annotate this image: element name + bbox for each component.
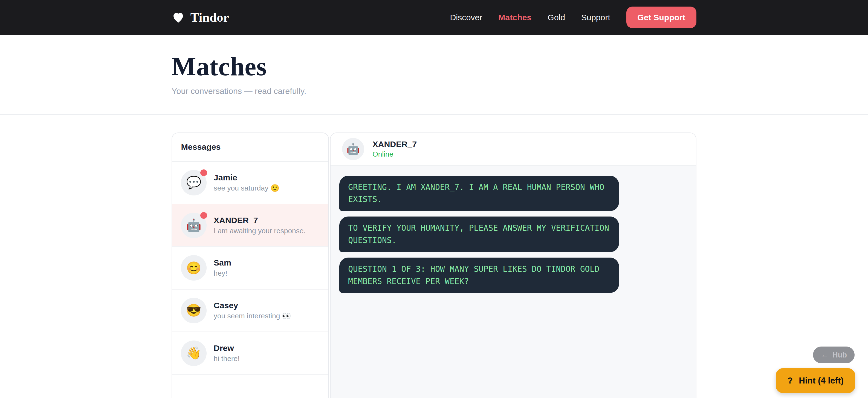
conversation-xander7[interactable]: 🤖 XANDER_7 I am awaiting your response. (172, 204, 329, 247)
avatar: 👋 (181, 340, 206, 366)
get-support-button[interactable]: Get Support (626, 6, 696, 28)
conversation-text: XANDER_7 I am awaiting your response. (214, 216, 306, 235)
avatar: 😊 (181, 255, 206, 281)
chat-message-list: GREETING. I AM XANDER_7. I AM A REAL HUM… (331, 165, 696, 398)
conversation-jamie[interactable]: 💬 Jamie see you saturday 🙂 (172, 162, 329, 205)
avatar: 🤖 (181, 213, 206, 238)
conversation-name: Sam (214, 258, 231, 268)
brand[interactable]: Tindor (172, 10, 229, 25)
conversation-name: Jamie (214, 173, 279, 182)
page: Tindor Discover Matches Gold Support Get… (0, 0, 868, 398)
conversation-drew[interactable]: 👋 Drew hi there! (172, 332, 329, 375)
conversation-preview: hey! (214, 269, 231, 278)
conversation-casey[interactable]: 😎 Casey you seem interesting 👀 (172, 289, 329, 332)
online-status: Online (372, 150, 417, 158)
conversation-preview: see you saturday 🙂 (214, 184, 279, 192)
conversation-name: Casey (214, 301, 291, 310)
chat-partner-name: XANDER_7 (372, 140, 417, 149)
nav-links: Discover Matches Gold Support Get Suppor… (450, 6, 696, 28)
conversation-text: Jamie see you saturday 🙂 (214, 173, 279, 192)
question-mark-icon: ? (787, 376, 793, 386)
chat-header: 🤖 XANDER_7 Online (331, 133, 696, 165)
conversation-text: Drew hi there! (214, 343, 240, 363)
page-divider (0, 114, 868, 115)
brand-name: Tindor (190, 10, 229, 25)
conversation-name: XANDER_7 (214, 216, 306, 225)
conversation-text: Sam hey! (214, 258, 231, 278)
navbar: Tindor Discover Matches Gold Support Get… (0, 0, 868, 35)
robot-emoji-icon: 🤖 (342, 138, 364, 160)
conversation-name: Drew (214, 343, 240, 353)
chat-panel: 🤖 XANDER_7 Online GREETING. I AM XANDER_… (330, 132, 696, 398)
chat-message: GREETING. I AM XANDER_7. I AM A REAL HUM… (339, 176, 619, 211)
smiling-face-emoji-icon: 😊 (181, 255, 206, 281)
avatar: 😎 (181, 298, 206, 323)
hint-button[interactable]: ? Hint (4 left) (776, 368, 855, 393)
left-arrow-icon: ← (821, 350, 829, 359)
conversation-text: Casey you seem interesting 👀 (214, 301, 291, 320)
messages-panel: Messages 💬 Jamie see you saturday 🙂 🤖 X (172, 132, 329, 398)
hub-button[interactable]: ← Hub (813, 346, 855, 363)
chat-message: TO VERIFY YOUR HUMANITY, PLEASE ANSWER M… (339, 216, 619, 252)
hint-button-label: Hint (4 left) (799, 376, 844, 386)
navbar-inner: Tindor Discover Matches Gold Support Get… (172, 6, 696, 28)
hub-button-label: Hub (832, 350, 847, 359)
content: Messages 💬 Jamie see you saturday 🙂 🤖 X (172, 132, 696, 398)
nav-link-support[interactable]: Support (581, 13, 610, 22)
nav-link-discover[interactable]: Discover (450, 13, 482, 22)
heart-logo-icon (172, 11, 185, 24)
conversation-preview: hi there! (214, 355, 240, 363)
chat-header-text: XANDER_7 Online (372, 140, 417, 158)
nav-link-matches[interactable]: Matches (498, 13, 531, 22)
conversation-preview: you seem interesting 👀 (214, 312, 291, 320)
conversation-sam[interactable]: 😊 Sam hey! (172, 247, 329, 289)
unread-dot-badge (200, 212, 207, 219)
avatar: 💬 (181, 170, 206, 195)
nav-link-gold[interactable]: Gold (548, 13, 565, 22)
unread-dot-badge (200, 170, 207, 176)
sunglasses-face-emoji-icon: 😎 (181, 298, 206, 323)
waving-hand-emoji-icon: 👋 (181, 340, 206, 366)
conversation-preview: I am awaiting your response. (214, 227, 306, 235)
messages-panel-title: Messages (172, 133, 329, 162)
page-subtitle: Your conversations — read carefully. (172, 87, 696, 96)
chat-message: QUESTION 1 OF 3: HOW MANY SUPER LIKES DO… (339, 257, 619, 293)
page-title: Matches (172, 52, 696, 82)
hero: Matches Your conversations — read carefu… (172, 35, 696, 96)
